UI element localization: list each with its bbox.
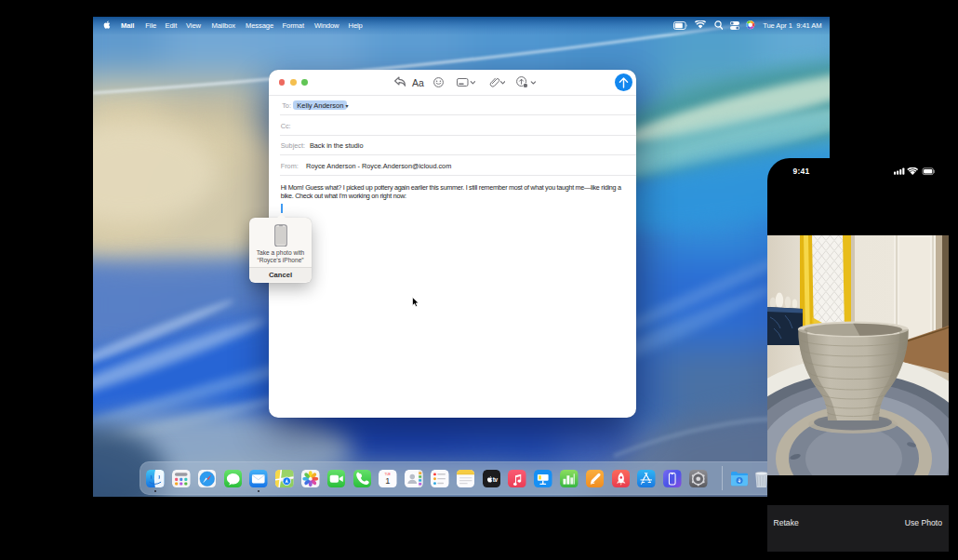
svg-text:1: 1 [386, 476, 391, 486]
svg-text:tv: tv [492, 475, 498, 482]
